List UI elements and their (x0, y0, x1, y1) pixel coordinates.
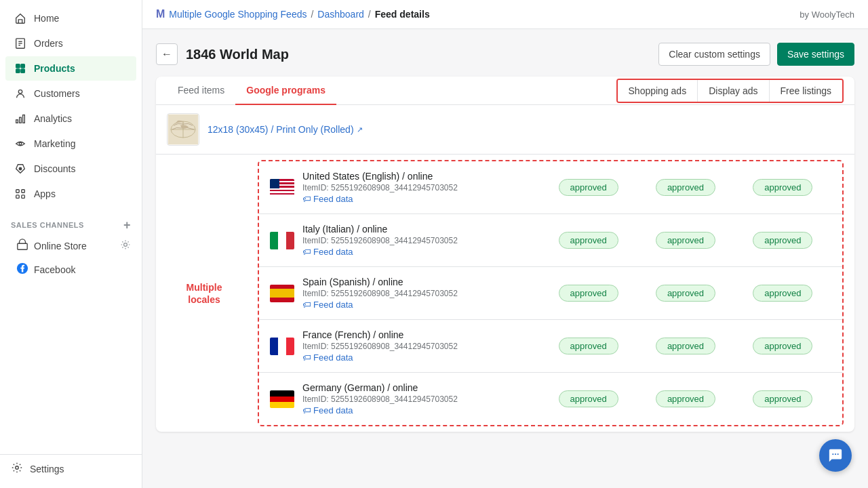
sidebar: Home Orders Products Customers Analytics (0, 0, 142, 488)
flag-it (270, 232, 294, 249)
tag-icon-de: 🏷 (302, 405, 311, 415)
sidebar-item-facebook-label: Facebook (34, 264, 75, 275)
google-programs-subtabs: Shopping ads Display ads Free listings (616, 79, 844, 103)
sidebar-item-analytics-label: Analytics (34, 113, 72, 124)
feed-data-link-es[interactable]: 🏷 Feed data (302, 300, 540, 310)
feed-data-link-us[interactable]: 🏷 Feed data (302, 194, 540, 204)
table-row: Italy (Italian) / online ItemID: 5255192… (259, 214, 842, 267)
tag-icon-fr: 🏷 (302, 352, 311, 363)
discounts-icon (14, 162, 27, 176)
sidebar-item-discounts-label: Discounts (34, 163, 75, 174)
sidebar-item-orders-label: Orders (34, 38, 63, 49)
feed-data-link-it[interactable]: 🏷 Feed data (302, 247, 540, 257)
svg-rect-6 (16, 69, 20, 73)
breadcrumb-section[interactable]: Dashboard (317, 9, 364, 20)
breadcrumb: M Multiple Google Shopping Feeds / Dashb… (156, 8, 430, 20)
svg-point-8 (18, 90, 22, 94)
analytics-icon (14, 112, 27, 125)
settings-icon (11, 462, 23, 476)
feed-info-es: Spain (Spanish) / online ItemID: 5255192… (302, 277, 540, 310)
multiple-locales-label: Multiplelocales (167, 281, 241, 305)
sidebar-item-discounts[interactable]: Discounts (5, 157, 136, 181)
free-listings-badge-us: approved (753, 179, 812, 196)
svg-point-12 (19, 142, 22, 145)
tab-display-ads[interactable]: Display ads (698, 80, 769, 102)
facebook-icon (16, 262, 28, 277)
orders-icon (14, 37, 27, 50)
svg-rect-16 (16, 195, 20, 199)
feed-data-link-fr[interactable]: 🏷 Feed data (302, 352, 540, 363)
tag-icon-us: 🏷 (302, 194, 311, 204)
feed-data-link-de[interactable]: 🏷 Feed data (302, 405, 540, 415)
feed-name-fr: France (French) / online (302, 329, 540, 340)
sidebar-item-home-label: Home (34, 13, 59, 24)
back-button[interactable]: ← (156, 43, 178, 65)
feed-badges-us: approved approved approved (540, 179, 831, 196)
breadcrumb-app[interactable]: Multiple Google Shopping Feeds (169, 9, 307, 20)
shopping-ads-badge-es: approved (559, 285, 618, 302)
page: ← 1846 World Map Clear custom settings S… (142, 29, 868, 488)
svg-rect-7 (21, 69, 24, 73)
sidebar-item-products-label: Products (34, 63, 75, 74)
feed-info-it: Italy (Italian) / online ItemID: 5255192… (302, 224, 540, 257)
chat-button[interactable] (819, 439, 852, 472)
topbar: M Multiple Google Shopping Feeds / Dashb… (142, 0, 868, 29)
free-listings-badge-de: approved (753, 390, 812, 407)
feed-info-us: United States (English) / online ItemID:… (302, 171, 540, 204)
sidebar-item-orders[interactable]: Orders (5, 31, 136, 56)
breadcrumb-sep1: / (311, 9, 313, 20)
add-sales-channel-button[interactable]: + (123, 219, 131, 231)
feed-id-us: ItemID: 5255192608908_34412945703052 (302, 183, 540, 192)
table-row: United States (English) / online ItemID:… (259, 161, 842, 214)
product-thumbnail (167, 113, 199, 146)
feed-id-es: ItemID: 5255192608908_34412945703052 (302, 289, 540, 298)
configure-online-store-icon[interactable] (120, 239, 131, 252)
table-row: Spain (Spanish) / online ItemID: 5255192… (259, 267, 842, 320)
svg-rect-9 (16, 120, 18, 123)
sidebar-item-customers[interactable]: Customers (5, 81, 136, 106)
shopping-ads-badge-fr: approved (559, 338, 618, 354)
feed-badges-es: approved approved approved (540, 285, 831, 302)
product-link[interactable]: 12x18 (30x45) / Print Only (Rolled) ↗ (208, 124, 363, 135)
feed-id-fr: ItemID: 5255192608908_34412945703052 (302, 342, 540, 351)
save-settings-button[interactable]: Save settings (777, 43, 854, 66)
svg-rect-10 (20, 117, 22, 123)
page-header: ← 1846 World Map Clear custom settings S… (156, 43, 854, 66)
page-title: 1846 World Map (186, 47, 289, 62)
tab-shopping-ads[interactable]: Shopping ads (618, 80, 698, 102)
feed-id-de: ItemID: 5255192608908_34412945703052 (302, 394, 540, 404)
svg-rect-14 (16, 190, 20, 193)
sidebar-item-settings[interactable]: Settings (0, 454, 142, 483)
sidebar-item-apps[interactable]: Apps (5, 182, 136, 206)
feed-badges-it: approved approved approved (540, 232, 831, 249)
customers-icon (14, 87, 27, 100)
svg-point-21 (16, 466, 19, 470)
products-icon (14, 62, 27, 75)
sidebar-item-analytics[interactable]: Analytics (5, 106, 136, 131)
feed-name-it: Italy (Italian) / online (302, 224, 540, 235)
tab-google-programs[interactable]: Google programs (235, 77, 336, 105)
svg-rect-11 (23, 115, 25, 123)
tab-free-listings[interactable]: Free listings (770, 80, 842, 102)
clear-custom-settings-button[interactable]: Clear custom settings (658, 43, 770, 66)
tab-feed-items[interactable]: Feed items (167, 77, 235, 105)
tag-icon-it: 🏷 (302, 247, 311, 257)
feed-name-de: Germany (German) / online (302, 382, 540, 393)
sidebar-item-online-store[interactable]: Online Store (3, 235, 139, 257)
display-ads-badge-de: approved (656, 390, 715, 407)
flag-de (270, 390, 294, 408)
tag-icon-es: 🏷 (302, 300, 311, 310)
marketing-icon (14, 137, 27, 150)
product-row: 12x18 (30x45) / Print Only (Rolled) ↗ (156, 105, 854, 155)
sidebar-item-marketing[interactable]: Marketing (5, 131, 136, 156)
display-ads-badge-es: approved (656, 285, 715, 302)
svg-rect-15 (22, 190, 25, 193)
sidebar-item-home[interactable]: Home (5, 6, 136, 30)
store-icon (16, 239, 28, 253)
settings-label: Settings (30, 464, 64, 474)
shopping-ads-badge-us: approved (559, 179, 618, 196)
free-listings-badge-it: approved (753, 232, 812, 249)
sidebar-item-facebook[interactable]: Facebook (3, 258, 139, 281)
flag-es (270, 285, 294, 302)
sidebar-item-products[interactable]: Products (5, 56, 136, 81)
